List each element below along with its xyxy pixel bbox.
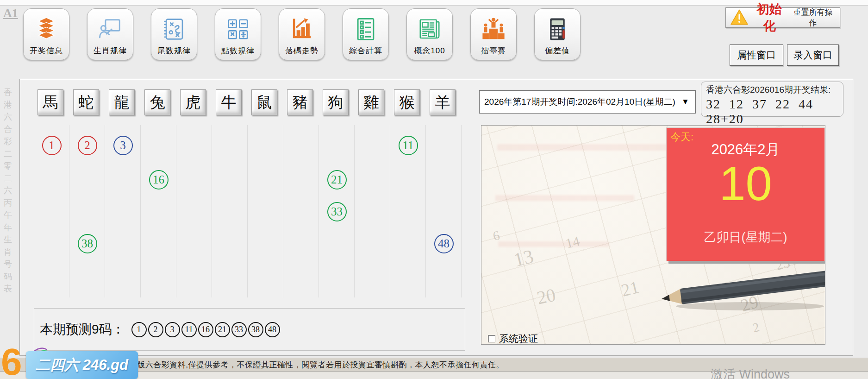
pencil-image	[653, 264, 825, 315]
grid-column-divider	[461, 125, 462, 297]
grid-ball: 38	[78, 234, 97, 253]
grid-column-divider	[283, 125, 283, 297]
grid-column-divider	[390, 125, 390, 297]
toolbar: 开奖信息生肖规律尾数规律點數規律落碼走勢綜合計算概念100擂臺賽偏差值	[23, 8, 581, 60]
grid-column-divider	[212, 125, 212, 297]
calendar-card: 今天: 2026年2月 10 乙卯日(星期二)	[666, 127, 825, 261]
podium-icon	[481, 13, 506, 45]
checklist-icon	[353, 13, 378, 45]
vertical-title-char: 合	[2, 123, 13, 136]
calendar-month: 2026年2月	[667, 140, 824, 159]
prediction-ball: 16	[198, 322, 213, 337]
vertical-title-char: 零	[2, 160, 13, 172]
zodiac-tab[interactable]: 鼠	[251, 89, 277, 115]
grid-ball: 48	[434, 234, 454, 253]
vertical-title-char: 二	[2, 172, 13, 185]
toolbar-button-label: 點數規律	[221, 45, 255, 56]
app-window: A1 开奖信息生肖规律尾数规律點數規律落碼走勢綜合計算概念100擂臺賽偏差值 初…	[0, 0, 868, 379]
corner-label: A1	[3, 6, 18, 20]
zodiac-tab[interactable]: 猴	[394, 89, 420, 115]
zodiac-tab[interactable]: 蛇	[73, 89, 99, 115]
grid-column-divider	[318, 125, 319, 297]
zodiac-tab[interactable]: 虎	[180, 89, 206, 115]
grid-column-divider	[354, 125, 355, 297]
zodiac-tab[interactable]: 兔	[144, 89, 170, 115]
books-icon	[34, 13, 59, 45]
prediction-ball: 38	[248, 322, 263, 337]
side-vertical-title: 香港六合彩二零二六丙午年生肖号码表	[2, 86, 13, 295]
prediction-label: 本期预测9码：	[40, 321, 125, 338]
math-icon	[225, 13, 250, 45]
vertical-title-char: 香	[2, 86, 13, 99]
prediction-ball: 33	[231, 322, 247, 337]
toolbar-button-concept-100[interactable]: 概念100	[406, 8, 453, 60]
toolbar-button-deviation[interactable]: 偏差值	[534, 8, 581, 60]
toolbar-button-points-rule[interactable]: 點數規律	[215, 8, 261, 60]
vertical-title-char: 表	[2, 283, 13, 295]
entry-window-button[interactable]: 录入窗口	[787, 44, 839, 66]
grid-column-divider	[69, 125, 69, 297]
site-watermark: 6 二四六 246.gd	[0, 345, 144, 379]
grid-ball: 16	[149, 170, 169, 190]
prediction-ball: 3	[165, 322, 180, 337]
properties-window-button[interactable]: 属性窗口	[730, 44, 783, 66]
toolbar-button-tail-rule[interactable]: 尾数规律	[151, 8, 197, 60]
period-dropdown-value: 2026年第17期开奖时间:2026年02月10日(星期二)	[480, 96, 675, 108]
toolbar-button-label: 尾数规律	[157, 45, 191, 56]
zodiac-tab[interactable]: 羊	[430, 89, 456, 115]
grid-ball: 33	[327, 202, 347, 221]
watermark-box: 二四六 246.gd	[26, 351, 138, 379]
vertical-title-char: 肖	[2, 246, 13, 259]
main-panel: 馬蛇龍兔虎牛鼠豬狗雞猴羊 2026年第17期开奖时间:2026年02月10日(星…	[19, 79, 853, 356]
grid-ball: 21	[327, 170, 347, 190]
calendar-day: 10	[667, 158, 824, 210]
grid-ball: 3	[113, 136, 133, 155]
zodiac-tab[interactable]: 馬	[37, 89, 63, 115]
initialize-subtitle: 重置所有操作	[791, 7, 835, 28]
prediction-ball: 11	[181, 322, 197, 337]
vertical-title-char: 丙	[2, 197, 13, 209]
windows-activate-watermark: 激活 Windows	[711, 366, 790, 379]
result-numbers: 32 12 37 22 44 28+20	[706, 97, 839, 126]
vertical-title-char: 午	[2, 209, 13, 221]
vertical-title-char: 码	[2, 271, 13, 283]
chart-icon	[289, 13, 314, 45]
toolbar-button-label: 偏差值	[545, 45, 570, 56]
prediction-ball: 1	[131, 322, 147, 337]
checkbox-icon[interactable]	[488, 335, 495, 342]
system-verify-checkbox[interactable]: 系统验证	[488, 332, 538, 345]
vertical-title-char: 六	[2, 111, 13, 123]
calendar-panel: 1314202122232962 今天: 2026年2月 10 乙卯日(星期二)	[481, 125, 825, 345]
vertical-title-char: 号	[2, 258, 13, 271]
system-verify-label: 系统验证	[499, 332, 538, 345]
prediction-ball: 21	[215, 322, 230, 337]
newspaper-icon	[417, 13, 442, 45]
zodiac-tab[interactable]: 狗	[323, 89, 349, 115]
zodiac-tab[interactable]: 豬	[287, 89, 313, 115]
prediction-numbers: 123111621333848	[131, 322, 280, 337]
zodiac-tab[interactable]: 龍	[109, 89, 135, 115]
toolbar-button-falling-trend[interactable]: 落碼走勢	[279, 8, 325, 60]
initialize-button[interactable]: 初始化 重置所有操作	[725, 7, 840, 28]
toolbar-button-arena-contest[interactable]: 擂臺賽	[470, 8, 517, 60]
result-panel: 香港六合彩2026016期开奖结果: 32 12 37 22 44 28+20	[701, 82, 843, 117]
chevron-down-icon[interactable]: ▼	[675, 97, 695, 107]
result-title: 香港六合彩2026016期开奖结果:	[706, 84, 839, 96]
vertical-title-char: 六	[2, 184, 13, 197]
zodiac-tab[interactable]: 雞	[358, 89, 384, 115]
toolbar-button-label: 概念100	[414, 45, 445, 56]
toolbar-button-zodiac-rule[interactable]: 生肖规律	[87, 8, 133, 60]
calendar-background-blur	[495, 195, 634, 201]
grid-column-divider	[140, 125, 141, 297]
zodiac-tab[interactable]: 牛	[216, 89, 242, 115]
vertical-title-char: 港	[2, 99, 13, 111]
zodiac-number-grid: 123163821331148	[34, 125, 462, 297]
toolbar-button-label: 生肖规律	[94, 45, 127, 56]
grid-ball: 11	[399, 136, 418, 155]
watermark-logo: 6	[1, 343, 22, 379]
toolbar-button-composite-calc[interactable]: 綜合計算	[343, 8, 389, 60]
strategy-icon	[162, 13, 187, 45]
vertical-title-char: 生	[2, 234, 13, 246]
toolbar-button-lottery-info[interactable]: 开奖信息	[23, 8, 69, 60]
period-dropdown[interactable]: 2026年第17期开奖时间:2026年02月10日(星期二) ▼	[479, 90, 696, 114]
